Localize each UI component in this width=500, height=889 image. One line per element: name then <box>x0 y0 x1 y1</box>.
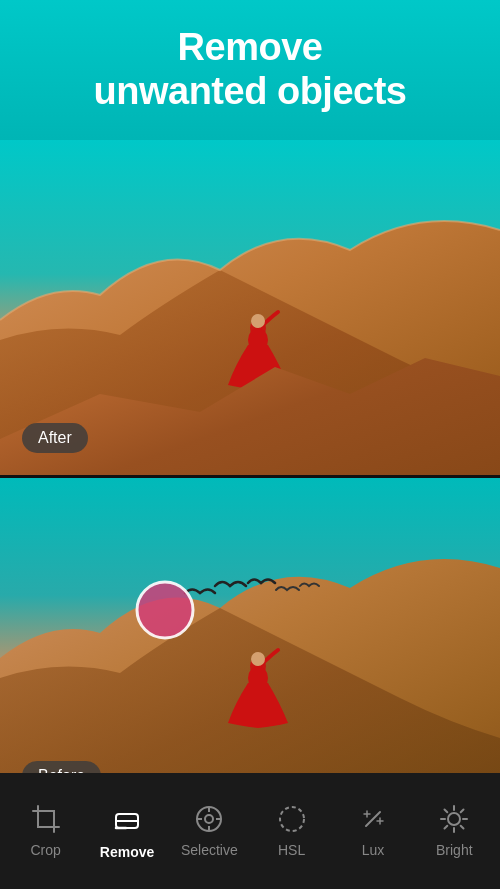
lux-label: Lux <box>362 842 385 858</box>
toolbar-item-hsl[interactable]: HSL <box>254 796 329 866</box>
svg-line-32 <box>445 826 448 829</box>
toolbar-item-remove[interactable]: Remove <box>90 794 165 868</box>
bright-icon <box>439 804 469 834</box>
after-badge: After <box>22 423 88 453</box>
selective-label: Selective <box>181 842 238 858</box>
toolbar-item-lux[interactable]: Lux <box>335 796 410 866</box>
svg-line-30 <box>461 826 464 829</box>
crop-label: Crop <box>30 842 60 858</box>
svg-point-24 <box>448 813 460 825</box>
svg-point-18 <box>280 807 304 831</box>
lux-icon <box>358 804 388 834</box>
svg-point-13 <box>205 815 213 823</box>
toolbar: Crop Remove Selective <box>0 773 500 889</box>
toolbar-item-bright[interactable]: Bright <box>417 796 492 866</box>
before-panel: Before <box>0 478 500 813</box>
crop-icon <box>31 804 61 834</box>
bright-label: Bright <box>436 842 473 858</box>
toolbar-item-crop[interactable]: Crop <box>8 796 83 866</box>
remove-icon <box>110 802 144 836</box>
remove-label: Remove <box>100 844 154 860</box>
header: Remove unwanted objects <box>0 0 500 140</box>
title-line1: Remove <box>178 26 323 68</box>
svg-line-29 <box>445 810 448 813</box>
svg-point-8 <box>137 582 193 638</box>
selective-icon <box>194 804 224 834</box>
header-title: Remove unwanted objects <box>94 26 407 113</box>
hsl-icon <box>277 804 307 834</box>
after-panel: After <box>0 140 500 475</box>
svg-line-31 <box>461 810 464 813</box>
hsl-label: HSL <box>278 842 305 858</box>
svg-point-3 <box>251 314 265 328</box>
after-label: After <box>38 429 72 446</box>
toolbar-item-selective[interactable]: Selective <box>171 796 248 866</box>
svg-point-7 <box>251 652 265 666</box>
title-line2: unwanted objects <box>94 70 407 112</box>
